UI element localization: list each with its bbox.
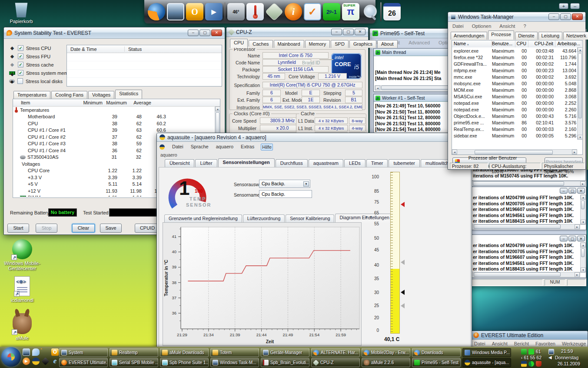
menu-item[interactable]: Bericht — [513, 341, 530, 347]
scroll-thumb[interactable] — [474, 224, 561, 229]
menu-item[interactable]: Advanced — [408, 40, 431, 46]
vertical-scrollbar[interactable]: ▲ ▼ — [580, 242, 585, 273]
process-row[interactable]: GDFirewallTra... Maeximum 00 00:00:02 1.… — [452, 60, 582, 67]
close-button[interactable]: ✕ — [211, 30, 222, 36]
maximize-button[interactable]: ▢ — [568, 188, 576, 194]
scroll-right-button[interactable]: ▸ — [580, 181, 585, 186]
process-row[interactable]: firefox.exe *32 Maeximum 00 00:02:31 110… — [452, 54, 582, 60]
scroll-right-button[interactable]: ▸ — [572, 150, 577, 154]
scroll-thumb[interactable] — [581, 248, 585, 257]
taskbar-button[interactable]: Spb_Brain_Evoluti... — [261, 358, 309, 367]
scroll-left-button[interactable]: ◂ — [375, 86, 380, 90]
horizontal-scrollbar[interactable]: ▸ — [472, 181, 586, 186]
menu-item[interactable]: Favoriten — [535, 341, 556, 347]
desktop-icon[interactable]: ↗ Windows Mobile-Gerätecenter — [0, 239, 46, 271]
recycle-bin[interactable]: Papierkorb — [0, 1, 45, 24]
scroll-thumb[interactable] — [578, 53, 582, 118]
tab[interactable]: Netzwerk — [563, 32, 588, 40]
dock-separator[interactable] — [380, 2, 382, 21]
horizontal-scrollbar[interactable]: ▸ — [472, 224, 580, 229]
taskbar-button[interactable]: Prime95 - Self-Test — [412, 358, 461, 367]
internet-explorer-icon[interactable]: e — [51, 358, 59, 365]
menu-item[interactable]: Extras — [240, 144, 255, 151]
sensor-name-input[interactable]: Cpu Backp. — [259, 190, 312, 198]
menu-item[interactable]: Datei — [171, 144, 184, 151]
objectdock-icon[interactable] — [41, 357, 49, 365]
menu-item[interactable]: Hilfe — [261, 144, 273, 151]
scroll-left-button[interactable]: ◂ — [452, 150, 457, 154]
thermometer-icon[interactable] — [246, 3, 264, 20]
maximize-button[interactable]: ▢ — [560, 13, 571, 20]
minimize-button[interactable]: – — [188, 30, 199, 36]
scroll-thumb[interactable] — [474, 272, 561, 277]
stat-row[interactable]: Temperatures — [13, 107, 220, 114]
subtab[interactable]: Lüfterzuordnung — [243, 214, 285, 222]
tab[interactable]: CPU — [230, 39, 248, 48]
tab[interactable]: Sensoreinstellungen — [218, 158, 275, 167]
process-row[interactable]: notepad.exe Maeximum 00 00:00:00 2.260 K — [452, 106, 582, 113]
tray-clock[interactable]: 21:59 — [561, 348, 573, 354]
scroll-down-button[interactable]: ▼ — [578, 135, 583, 140]
taskbar-button[interactable]: ALTERNATE. Har... — [311, 348, 360, 357]
taskbar-button[interactable]: Mobile2Day - Erw... — [362, 348, 410, 357]
process-row[interactable]: ObjectDock.e... Maeximum 00 00:00:43 5.7… — [452, 113, 582, 119]
column-header-time[interactable]: CPU-Zeit — [528, 40, 555, 47]
gauge-marker[interactable] — [401, 303, 405, 308]
taskbar-button[interactable]: Geräte-Manager — [261, 348, 309, 357]
stop-button[interactable]: Stop — [36, 224, 57, 233]
maximize-button[interactable]: ▢ — [343, 29, 354, 35]
minimize-button[interactable]: – — [548, 13, 559, 20]
aquasuite-titlebar[interactable]: aquasuite - [aquaero Revision 4 - aquaer… — [157, 133, 472, 142]
desktop-icon[interactable]: ↗ aMule — [0, 313, 46, 341]
scroll-up-button[interactable]: ▲ — [215, 107, 220, 111]
tab[interactable]: About — [377, 40, 398, 48]
taskbar-button[interactable]: Spb Phone Suite 1... — [160, 358, 209, 367]
minimize-button[interactable]: – — [331, 29, 342, 35]
column-header[interactable]: Date & Time — [67, 47, 124, 52]
scroll-thumb[interactable] — [475, 150, 553, 154]
superpi-icon[interactable]: π — [342, 3, 359, 20]
computer-display-icon[interactable] — [167, 3, 184, 20]
menu-item[interactable]: aquaero — [215, 144, 234, 151]
hdd-temperature-icon[interactable]: 46° — [227, 3, 245, 20]
taskbar-button[interactable]: System — [59, 348, 108, 357]
minimize-button[interactable]: – — [560, 188, 568, 194]
process-row[interactable]: mmc.exe Maeximum 00 00:00:02 3.692 K — [452, 74, 582, 80]
sidebar-remove-button[interactable]: – — [570, 3, 580, 9]
column-header-name[interactable]: Name ▴ — [452, 40, 492, 47]
process-row[interactable]: mfpmp.exe Maeximum 00 00:00:23 13.004 K — [452, 67, 582, 74]
process-row[interactable]: MOM.exe Maeximum 00 00:00:00 2.868 K — [452, 87, 582, 93]
messenger-icon[interactable] — [32, 348, 40, 356]
taskbar-button[interactable]: CPU-Z — [311, 358, 360, 367]
tab[interactable]: Statistics — [115, 90, 142, 99]
dock-separator[interactable] — [224, 2, 226, 21]
cpuz-titlebar[interactable]: CPU-Z – ▢ ✕ — [226, 27, 368, 37]
maximize-button[interactable]: ▢ — [199, 30, 210, 36]
tab[interactable]: Leistung — [538, 32, 563, 40]
column-header[interactable]: Average — [127, 100, 151, 105]
chevron-down-icon[interactable]: ▼ — [303, 181, 309, 187]
maximize-button[interactable]: ▢ — [568, 236, 576, 241]
sensor-select-dropdown[interactable]: Cpu Backp. ▼ — [259, 180, 310, 188]
stat-row[interactable]: CPU 38 62 60.2 — [13, 120, 220, 127]
tab[interactable]: Mainboard — [274, 40, 304, 48]
firefox-icon[interactable] — [148, 3, 165, 20]
media-player-icon[interactable]: ▶ — [205, 3, 223, 20]
realtemp-tray-icon[interactable] — [521, 349, 527, 355]
taskbar-button[interactable]: Windows Media P... — [462, 348, 511, 357]
tab[interactable]: Temperatures — [13, 91, 50, 99]
scroll-right-button[interactable]: ▸ — [575, 272, 580, 277]
temp-square-icon[interactable] — [528, 349, 534, 355]
aquasuite-icon[interactable] — [32, 358, 40, 365]
outlook-icon[interactable]: O — [51, 348, 59, 356]
prime95-icon[interactable]: 2ᵖ-1 — [323, 3, 340, 20]
everest-ultimate-titlebar[interactable]: i EVEREST Ultimate Edition — [471, 331, 588, 340]
scroll-up-button[interactable]: ▲ — [578, 47, 583, 52]
column-header[interactable]: Status — [124, 47, 222, 52]
taskbar-button[interactable]: Realtemp — [110, 348, 158, 357]
clear-button[interactable]: Clear — [72, 224, 95, 233]
start-button[interactable]: Start — [7, 224, 29, 233]
tab[interactable]: Übersicht — [165, 159, 194, 167]
firewall-tray-icon[interactable] — [536, 361, 541, 367]
scroll-up-button[interactable]: ▲ — [581, 243, 586, 248]
